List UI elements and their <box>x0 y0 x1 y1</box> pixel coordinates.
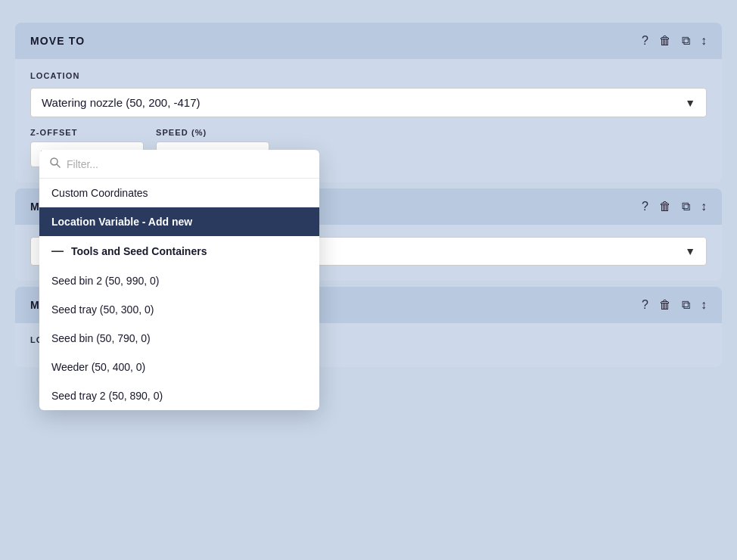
location-dropdown[interactable]: Watering nozzle (50, 200, -417) ▼ <box>30 88 707 117</box>
panel-icons-1: ? 🗑 ⧉ ↕ <box>642 35 707 47</box>
panel-icons-3: ? 🗑 ⧉ ↕ <box>642 299 707 311</box>
dropdown-arrow-icon: ▼ <box>685 97 695 109</box>
dropdown-item-custom-coords[interactable]: Custom Coordinates <box>39 179 319 207</box>
copy-icon-3[interactable]: ⧉ <box>682 299 690 311</box>
help-icon[interactable]: ? <box>642 35 648 47</box>
dropdown-item-location-variable[interactable]: Location Variable - Add new <box>39 207 319 236</box>
filter-row <box>39 150 319 179</box>
arrows-icon[interactable]: ↕ <box>701 35 707 47</box>
dropdown-item-seed-bin[interactable]: Seed bin (50, 790, 0) <box>39 324 319 353</box>
dropdown-item-seed-tray[interactable]: Seed tray (50, 300, 0) <box>39 295 319 324</box>
search-icon <box>50 157 61 170</box>
panel-icons-2: ? 🗑 ⧉ ↕ <box>642 201 707 213</box>
dropdown-item-weeder[interactable]: Weeder (50, 400, 0) <box>39 353 319 381</box>
copy-icon-2[interactable]: ⧉ <box>682 201 690 213</box>
location-dropdown-popup: Custom Coordinates Location Variable - A… <box>39 150 319 410</box>
category-dash-icon: — <box>51 244 64 258</box>
location-selected-value: Watering nozzle (50, 200, -417) <box>42 96 201 109</box>
z-offset-label: Z-OFFSET <box>30 128 144 137</box>
dropdown-list: Custom Coordinates Location Variable - A… <box>39 179 319 410</box>
dropdown-item-seed-tray-2[interactable]: Seed tray 2 (50, 890, 0) <box>39 381 319 410</box>
svg-line-1 <box>57 164 60 167</box>
location-label: LOCATION <box>30 71 707 80</box>
dropdown-item-tools-header: — Tools and Seed Containers <box>39 236 319 266</box>
arrows-icon-3[interactable]: ↕ <box>701 299 707 311</box>
help-icon-2[interactable]: ? <box>642 201 648 213</box>
dropdown-item-seed-bin-2[interactable]: Seed bin 2 (50, 990, 0) <box>39 266 319 295</box>
arrows-icon-2[interactable]: ↕ <box>701 201 707 213</box>
help-icon-3[interactable]: ? <box>642 299 648 311</box>
panel-title-1: MOVE TO <box>30 35 85 47</box>
trash-icon[interactable]: 🗑 <box>659 35 671 47</box>
copy-icon[interactable]: ⧉ <box>682 35 690 47</box>
speed-label: SPEED (%) <box>156 128 269 137</box>
filter-input[interactable] <box>67 158 309 170</box>
trash-icon-2[interactable]: 🗑 <box>659 201 671 213</box>
panel-header-1: MOVE TO ? 🗑 ⧉ ↕ <box>15 23 722 59</box>
trash-icon-3[interactable]: 🗑 <box>659 299 671 311</box>
dropdown-arrow-icon-2: ▼ <box>685 245 695 257</box>
